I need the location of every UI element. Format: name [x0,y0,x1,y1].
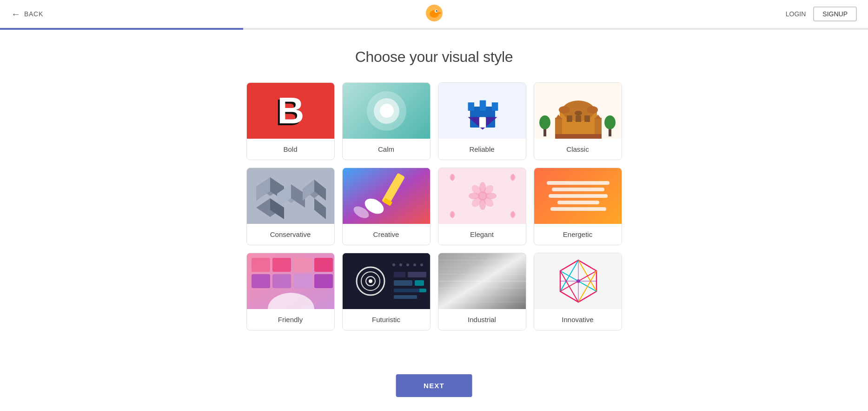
svg-rect-6 [479,101,486,111]
style-card-elegant-image [438,168,526,224]
style-card-energetic-label: Energetic [534,224,622,245]
svg-point-18 [575,111,582,115]
innovative-icon [534,253,622,309]
svg-point-3 [436,10,437,12]
svg-rect-90 [419,289,426,292]
style-card-elegant-label: Elegant [438,224,526,245]
style-card-elegant[interactable]: Elegant [438,168,526,245]
svg-point-1 [430,10,439,18]
svg-point-60 [451,174,454,181]
svg-rect-88 [394,295,417,299]
style-card-reliable-image [438,83,526,139]
style-card-conservative[interactable]: Conservative [246,168,335,245]
svg-rect-9 [479,117,485,128]
main-content: Choose your visual style B Bold [0,30,868,377]
creative-icon [343,168,431,224]
style-card-calm[interactable]: Calm [342,82,431,160]
style-card-classic[interactable]: Classic [534,82,622,160]
style-card-energetic[interactable]: Energetic [534,168,622,245]
style-card-innovative-label: Innovative [534,309,622,330]
style-card-industrial-image [438,253,526,309]
style-card-futuristic[interactable]: Futuristic [342,253,431,330]
style-card-creative-image [343,168,431,224]
svg-rect-65 [252,258,270,272]
svg-rect-84 [394,272,405,277]
svg-point-83 [420,263,423,266]
futuristic-icon [343,253,431,309]
svg-rect-19 [555,134,602,139]
svg-rect-17 [584,115,590,122]
svg-rect-72 [314,274,333,288]
svg-rect-68 [314,258,333,272]
svg-rect-67 [293,258,312,272]
signup-button[interactable]: SIGNUP [813,7,857,21]
style-card-energetic-image [534,168,622,224]
svg-rect-16 [576,115,581,122]
svg-point-80 [399,263,402,266]
svg-point-109 [576,279,580,283]
style-card-futuristic-image [343,253,431,309]
style-grid: B Bold Calm [246,82,622,330]
svg-rect-5 [468,102,474,111]
classic-icon [534,83,622,139]
style-card-bold[interactable]: B Bold [246,82,335,160]
svg-point-25 [539,115,550,129]
page-title: Choose your visual style [355,48,513,66]
style-card-industrial[interactable]: Industrial [438,253,526,330]
conservative-icon [247,168,335,224]
svg-rect-15 [567,115,572,122]
style-card-friendly-image [247,253,335,309]
style-card-creative-label: Creative [343,224,430,245]
svg-point-62 [451,211,454,218]
style-card-calm-image [343,83,431,139]
svg-rect-7 [491,102,498,111]
svg-rect-87 [394,289,422,292]
next-button-container: NEXT [396,374,472,397]
login-button[interactable]: LOGIN [786,10,806,18]
style-card-classic-image [534,83,622,139]
svg-rect-70 [272,274,291,288]
back-label: BACK [24,10,43,18]
svg-rect-71 [293,274,312,288]
back-button[interactable]: ← BACK [11,9,43,20]
style-card-reliable[interactable]: Reliable [438,82,526,160]
svg-point-82 [413,263,416,266]
back-arrow-icon: ← [11,9,20,20]
svg-rect-89 [415,280,424,286]
svg-rect-69 [252,274,270,288]
next-button[interactable]: NEXT [396,374,472,397]
style-card-futuristic-label: Futuristic [343,309,430,330]
svg-rect-20 [555,118,562,134]
svg-point-81 [406,263,409,266]
svg-point-13 [559,106,570,114]
svg-rect-85 [408,272,426,277]
style-card-conservative-image [247,168,335,224]
style-card-creative[interactable]: Creative [342,168,431,245]
style-card-industrial-label: Industrial [438,309,526,330]
header-right: LOGIN SIGNUP [786,7,857,21]
svg-rect-66 [272,258,291,272]
style-card-innovative[interactable]: Innovative [534,253,622,330]
svg-rect-86 [394,280,412,286]
style-card-calm-label: Calm [343,139,430,160]
reliable-icon [462,90,504,132]
header: ← BACK LOGIN SIGNUP [0,0,868,28]
svg-point-61 [511,174,515,181]
style-card-classic-label: Classic [534,139,622,160]
style-card-reliable-label: Reliable [438,139,526,160]
svg-point-63 [511,211,515,218]
style-card-conservative-label: Conservative [247,224,334,245]
style-card-friendly-label: Friendly [247,309,334,330]
svg-point-27 [604,115,616,129]
industrial-icon [438,253,526,309]
logo-icon [425,4,444,22]
style-card-bold-image: B [247,83,335,139]
svg-rect-21 [595,118,602,134]
elegant-icon [438,168,526,224]
style-card-bold-label: Bold [247,139,334,160]
svg-point-78 [369,279,372,283]
logo [425,4,444,24]
friendly-icon [247,253,335,309]
svg-point-79 [392,263,395,266]
style-card-friendly[interactable]: Friendly [246,253,335,330]
